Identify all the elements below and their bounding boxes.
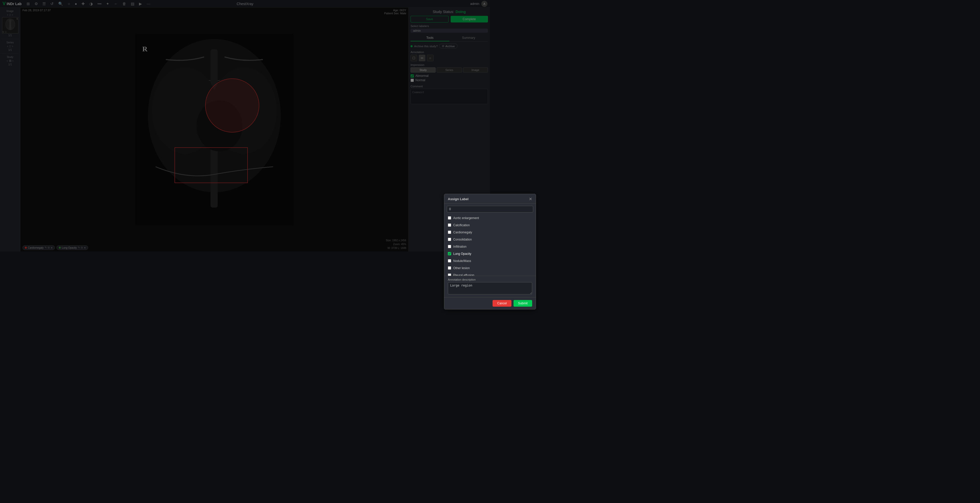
label-consolidation[interactable]: Consolidation	[444, 236, 490, 243]
label-lung-opacity[interactable]: Lung Opacity	[444, 250, 490, 252]
label-cardiomegaly-checkbox[interactable]	[448, 230, 451, 234]
label-calcification[interactable]: Calcification	[444, 222, 490, 229]
label-aortic[interactable]: Aortic enlargement	[444, 214, 490, 222]
label-calcification-checkbox[interactable]	[448, 224, 451, 227]
assign-label-modal: Assign Label ✕ Aortic enlargement Calcif…	[444, 194, 490, 252]
label-consolidation-text: Consolidation	[453, 238, 472, 241]
modal-label-list: Aortic enlargement Calcification Cardiom…	[444, 214, 490, 252]
label-aortic-text: Aortic enlargement	[453, 216, 479, 220]
label-consolidation-checkbox[interactable]	[448, 238, 451, 241]
modal-search-area	[444, 204, 490, 214]
label-aortic-checkbox[interactable]	[448, 216, 451, 220]
modal-title: Assign Label	[448, 197, 469, 201]
label-calcification-text: Calcification	[453, 224, 470, 227]
label-cardiomegaly[interactable]: Cardiomegaly	[444, 229, 490, 236]
modal-overlay[interactable]: Assign Label ✕ Aortic enlargement Calcif…	[0, 0, 490, 252]
modal-header: Assign Label ✕	[444, 194, 490, 204]
label-cardiomegaly-text: Cardiomegaly	[453, 230, 472, 234]
label-infiltration-text: Infiltration	[453, 245, 466, 248]
modal-search-input[interactable]	[447, 206, 490, 213]
label-infiltration[interactable]: Infiltration	[444, 243, 490, 250]
label-infiltration-checkbox[interactable]	[448, 245, 451, 248]
